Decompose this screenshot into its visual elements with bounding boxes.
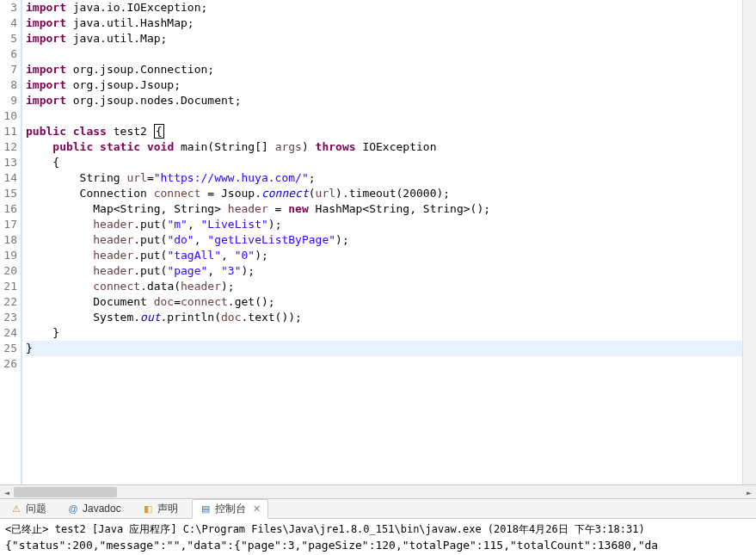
line-number: 7 xyxy=(0,62,17,77)
line-number: 19 xyxy=(0,248,17,263)
tab-label: 声明 xyxy=(157,502,178,516)
line-number: 24 xyxy=(0,325,17,341)
line-number: 13 xyxy=(0,155,17,170)
code-line[interactable]: import java.util.HashMap; xyxy=(26,15,742,31)
tab-label: 控制台 xyxy=(215,502,246,516)
line-number: 4 xyxy=(0,15,17,31)
scroll-thumb[interactable] xyxy=(14,487,117,497)
code-line[interactable]: import java.io.IOException; xyxy=(26,0,742,15)
code-line[interactable]: Connection connect = Jsoup.connect(url).… xyxy=(26,186,742,201)
line-number: 11 xyxy=(0,124,17,139)
line-number: 5 xyxy=(0,31,17,46)
code-line[interactable]: import org.jsoup.Jsoup; xyxy=(26,77,742,93)
line-number: 21 xyxy=(0,279,17,294)
console-timestamp: (2018年4月26日 下午3:18:31) xyxy=(482,523,645,535)
code-line[interactable]: Map<String, String> header = new HashMap… xyxy=(26,201,742,217)
code-line[interactable] xyxy=(26,356,742,372)
line-number: 8 xyxy=(0,77,17,93)
line-number: 22 xyxy=(0,294,17,310)
tab-声明[interactable]: ◧声明 xyxy=(135,500,185,518)
line-number: 10 xyxy=(0,108,17,124)
tab-问题[interactable]: ⚠问题 xyxy=(3,500,53,518)
code-line[interactable]: { xyxy=(26,155,742,170)
code-line[interactable]: System.out.println(doc.text()); xyxy=(26,310,742,325)
views-tab-bar: ⚠问题@Javadoc◧声明▤控制台✕ xyxy=(0,498,756,519)
scroll-left-arrow[interactable]: ◄ xyxy=(0,485,14,498)
line-number: 25 xyxy=(0,341,17,356)
line-number: 12 xyxy=(0,139,17,155)
console-panel[interactable]: <已终止> test2 [Java 应用程序] C:\Program Files… xyxy=(0,519,756,555)
code-line[interactable]: import java.util.Map; xyxy=(26,31,742,46)
code-line[interactable]: header.put("do", "getLiveListByPage"); xyxy=(26,232,742,248)
code-line[interactable]: String url="https://www.huya.com/"; xyxy=(26,170,742,186)
line-number: 26 xyxy=(0,356,17,372)
code-line[interactable]: public static void main(String[] args) t… xyxy=(26,139,742,155)
code-line[interactable]: Document doc=connect.get(); xyxy=(26,294,742,310)
line-number: 15 xyxy=(0,186,17,201)
line-number: 14 xyxy=(0,170,17,186)
code-line[interactable]: import org.jsoup.Connection; xyxy=(26,62,742,77)
line-number: 23 xyxy=(0,310,17,325)
code-line[interactable]: header.put("page", "3"); xyxy=(26,263,742,279)
code-line[interactable]: connect.data(header); xyxy=(26,279,742,294)
tab-icon: ▤ xyxy=(200,503,212,515)
code-line[interactable]: header.put("tagAll", "0"); xyxy=(26,248,742,263)
code-line[interactable]: } xyxy=(26,325,742,341)
scroll-right-arrow[interactable]: ► xyxy=(742,485,756,498)
code-line[interactable]: header.put("m", "LiveList"); xyxy=(26,217,742,232)
vertical-scrollbar[interactable] xyxy=(742,0,756,484)
code-line[interactable] xyxy=(26,46,742,62)
code-line[interactable]: } xyxy=(26,341,742,356)
horizontal-scrollbar[interactable]: ◄ ► xyxy=(0,484,756,498)
console-status-line: <已终止> test2 [Java 应用程序] C:\Program Files… xyxy=(5,522,751,537)
close-icon[interactable]: ✕ xyxy=(253,503,261,515)
editor-area: 3456789101112131415161718192021222324252… xyxy=(0,0,756,498)
code-content[interactable]: import java.io.IOException;import java.u… xyxy=(22,0,742,484)
console-output: {"status":200,"message":"","data":{"page… xyxy=(5,539,751,552)
tab-icon: ⚠ xyxy=(10,503,22,515)
code-line[interactable] xyxy=(26,108,742,124)
tab-label: Javadoc xyxy=(83,503,121,515)
line-number: 3 xyxy=(0,0,17,15)
code-line[interactable]: public class test2 { xyxy=(26,124,742,139)
console-process: test2 [Java 应用程序] C:\Program Files\Java\… xyxy=(55,523,482,535)
code-container[interactable]: 3456789101112131415161718192021222324252… xyxy=(0,0,756,484)
line-number-gutter: 3456789101112131415161718192021222324252… xyxy=(0,0,22,484)
tab-label: 问题 xyxy=(26,502,46,516)
tab-控制台[interactable]: ▤控制台✕ xyxy=(192,499,268,519)
tab-icon: @ xyxy=(67,503,79,515)
console-terminated-label: <已终止> xyxy=(5,523,55,535)
line-number: 9 xyxy=(0,93,17,108)
code-line[interactable]: import org.jsoup.nodes.Document; xyxy=(26,93,742,108)
line-number: 18 xyxy=(0,232,17,248)
cursor-brace: { xyxy=(154,124,164,139)
line-number: 20 xyxy=(0,263,17,279)
line-number: 17 xyxy=(0,217,17,232)
tab-Javadoc[interactable]: @Javadoc xyxy=(60,501,128,516)
line-number: 6 xyxy=(0,46,17,62)
line-number: 16 xyxy=(0,201,17,217)
tab-icon: ◧ xyxy=(142,503,154,515)
